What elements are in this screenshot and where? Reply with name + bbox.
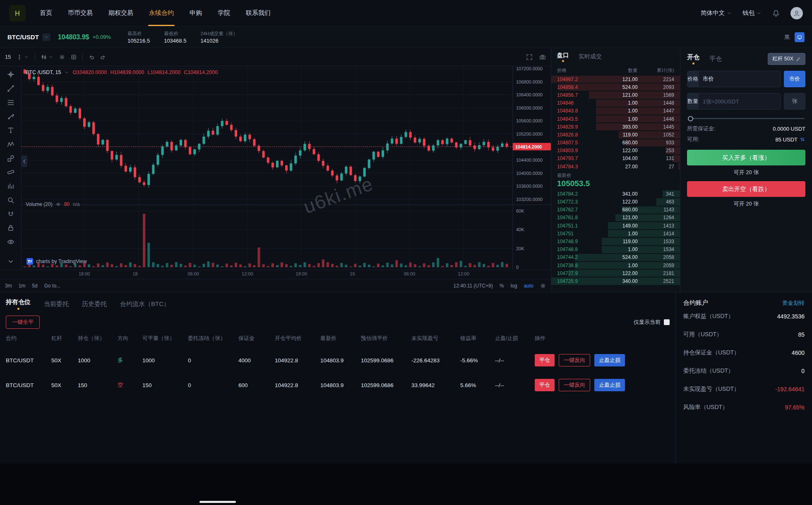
gear-icon[interactable] (540, 283, 546, 289)
only-current-toggle[interactable]: 仅显示当前 (634, 318, 670, 326)
volume-label[interactable]: Volume (20) (26, 201, 53, 207)
orderbook-ask-row[interactable]: 104826.8119.001052 (551, 131, 680, 139)
orderbook-bid-row[interactable]: 104761.8121.001264 (551, 214, 680, 222)
collapse-toolbar-button[interactable] (22, 156, 27, 167)
nav-item-spot[interactable]: 币币交易 (68, 0, 93, 26)
tpsl-button[interactable]: 止盈止损 (594, 354, 625, 366)
fullscreen-icon[interactable] (526, 54, 533, 60)
orderbook-bid-row[interactable]: 104772.3122.00463 (551, 198, 680, 206)
chart-canvas[interactable]: 107200.0000106800.0000106400.0000106000.… (22, 66, 551, 270)
sell-short-button[interactable]: 卖出开空（看跌） (687, 181, 805, 197)
chevron-down-icon[interactable] (64, 70, 69, 75)
orderbook-bid-row[interactable]: 104762.7680.001143 (551, 206, 680, 214)
time-axis[interactable]: 18:001806:0012:0018:001906:0012:00 (0, 270, 551, 279)
market-price-button[interactable]: 市价 (784, 71, 805, 87)
redo-button[interactable] (100, 54, 106, 60)
slider-track[interactable] (688, 118, 805, 119)
range-control-0[interactable]: 3m (5, 283, 12, 289)
only-current-checkbox[interactable] (664, 319, 670, 325)
orderbook-ask-row[interactable]: 104803.9122.00253 (551, 147, 680, 155)
reverse-position-button[interactable]: 一键反向 (559, 379, 590, 391)
range-control-2[interactable]: 5d (32, 283, 37, 289)
language-menu[interactable]: 简体中文 (701, 9, 732, 17)
positions-tab-0[interactable]: 持有仓位 (6, 298, 31, 310)
tab-open-position[interactable]: 开仓 (687, 53, 699, 65)
orderbook-bid-row[interactable]: 104738.81.002059 (551, 261, 680, 269)
orderbook-bid-row[interactable]: 104751.1149.001413 (551, 222, 680, 230)
tab-recent-trades[interactable]: 实时成交 (579, 53, 602, 60)
range-control-3[interactable]: Go to... (44, 283, 60, 289)
indicators-button[interactable] (59, 54, 65, 60)
bell-icon[interactable] (772, 10, 780, 17)
orderbook-ask-row[interactable]: 104867.2121.002214 (551, 75, 680, 83)
avatar[interactable] (790, 7, 803, 19)
tradingview-credit[interactable]: charts by TradingView (26, 258, 87, 265)
range-control-1[interactable]: 1m (19, 283, 26, 289)
orderbook-bid-row[interactable]: 104784.2341.00341 (551, 190, 680, 198)
reverse-position-button[interactable]: 一键反向 (559, 354, 590, 366)
undo-button[interactable] (89, 54, 94, 60)
scale-control-2[interactable]: log (511, 283, 517, 289)
eye-icon[interactable] (56, 202, 61, 207)
orderbook-bid-row[interactable]: 1047511.001414 (551, 230, 680, 237)
magnet-tool-button[interactable] (5, 210, 17, 218)
legend-symbol[interactable]: BTC /USDT, 15 (26, 69, 61, 75)
buy-long-button[interactable]: 买入开多（看涨） (687, 150, 805, 165)
tab-orderbook[interactable]: 盘口 (557, 52, 569, 62)
orderbook-ask-row[interactable]: 104843.81.001447 (551, 107, 680, 115)
interval-button[interactable]: 15 (5, 54, 11, 60)
ruler-tool-button[interactable] (5, 168, 17, 177)
positions-tab-1[interactable]: 当前委托 (44, 300, 69, 308)
close-all-button[interactable]: 一键全平 (6, 316, 40, 329)
logo[interactable] (9, 5, 26, 22)
nav-item-academy[interactable]: 学院 (218, 0, 230, 26)
transfer-icon[interactable] (800, 136, 805, 142)
orderbook-ask-row[interactable]: 104858.4524.002093 (551, 83, 680, 91)
pair-dropdown-button[interactable] (42, 34, 50, 41)
nav-item-contact[interactable]: 联系我们 (246, 0, 271, 26)
pair-selector[interactable]: BTC/USDT (7, 34, 50, 41)
fund-transfer-link[interactable]: 资金划转 (782, 299, 805, 307)
intervals-menu-button[interactable] (17, 54, 29, 60)
chart-style-button[interactable] (41, 54, 53, 60)
camera-icon[interactable] (539, 54, 546, 60)
orderbook-bid-row[interactable]: 104744.2524.002058 (551, 254, 680, 261)
bars-pattern-tool-button[interactable] (5, 182, 17, 191)
orderbook-bid-row[interactable]: 104725.9340.002521 (551, 277, 680, 285)
leverage-button[interactable]: 杠杆 50X (768, 53, 805, 65)
tab-close-position[interactable]: 平仓 (709, 55, 722, 63)
nav-item-subscribe[interactable]: 申购 (190, 0, 202, 26)
tpsl-button[interactable]: 止盈止损 (594, 379, 625, 391)
close-position-button[interactable]: 平仓 (535, 354, 555, 366)
orderbook-bid-row[interactable]: 104748.9119.001533 (551, 237, 680, 245)
shapes-tool-button[interactable] (5, 154, 17, 163)
trend-line-tool-button[interactable] (5, 84, 17, 93)
orderbook-ask-row[interactable]: 104829.9393.001445 (551, 123, 680, 131)
display-mode-button[interactable] (795, 32, 805, 42)
nav-item-home[interactable]: 首页 (40, 0, 52, 26)
crosshair-tool-button[interactable] (5, 70, 17, 79)
orderbook-ask-row[interactable]: 104784.327.0027 (551, 163, 680, 170)
orderbook-ask-row[interactable]: 1048461.001448 (551, 99, 680, 107)
compare-button[interactable] (71, 54, 77, 60)
positions-tab-2[interactable]: 历史委托 (82, 300, 107, 308)
scale-control-3[interactable]: auto (524, 283, 533, 289)
orderbook-ask-row[interactable]: 104856.7121.001569 (551, 91, 680, 99)
orderbook-bid-row[interactable]: 104727.9122.002181 (551, 269, 680, 277)
price-input[interactable] (699, 71, 780, 87)
quantity-input[interactable] (699, 93, 780, 109)
wallet-menu[interactable]: 钱包 (742, 9, 762, 17)
candlestick-chart[interactable]: 107200.0000106800.0000106400.0000106000.… (22, 66, 551, 270)
slider-knob[interactable] (688, 116, 693, 121)
lock-tool-button[interactable] (5, 224, 17, 232)
more-tools-button[interactable] (5, 257, 17, 266)
positions-tab-3[interactable]: 合约流水（BTC） (120, 300, 170, 308)
eye-tool-button[interactable] (5, 238, 17, 247)
fib-lines-tool-button[interactable] (5, 98, 17, 107)
text-tool-button[interactable] (5, 126, 17, 135)
orderbook-ask-row[interactable]: 104843.51.001446 (551, 115, 680, 123)
scale-control-1[interactable]: % (500, 283, 504, 289)
nav-item-perpetual[interactable]: 永续合约 (149, 0, 174, 26)
xabcd-pattern-tool-button[interactable] (5, 140, 17, 149)
orderbook-ask-row[interactable]: 104793.7104.00131 (551, 155, 680, 163)
